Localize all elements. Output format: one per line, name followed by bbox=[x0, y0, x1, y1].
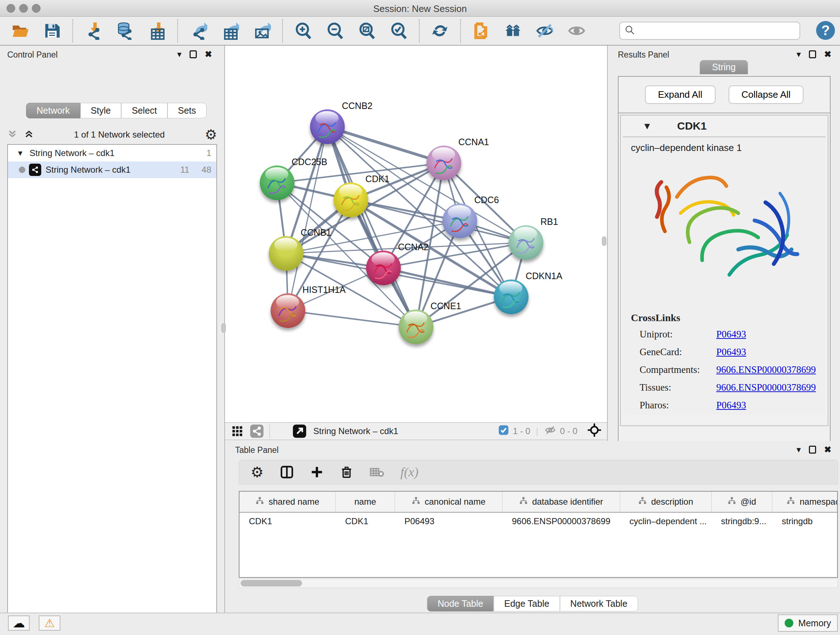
zoom-selected-icon[interactable] bbox=[389, 21, 408, 40]
first-neighbors-icon[interactable] bbox=[504, 21, 523, 40]
column-type-icon bbox=[638, 496, 647, 507]
column-header-name[interactable]: name bbox=[336, 492, 395, 512]
column-header-shared-name[interactable]: shared name bbox=[240, 492, 336, 512]
crosslink-link[interactable]: 9606.ENSP00000378699 bbox=[716, 364, 816, 375]
network-tree-row[interactable]: String Network – cdk11148 bbox=[8, 162, 216, 178]
close-panel-icon[interactable]: ✖ bbox=[205, 49, 212, 59]
crosslink-label: Uniprot: bbox=[639, 329, 716, 340]
tab-network[interactable]: Network bbox=[26, 103, 80, 119]
zoom-fit-icon[interactable] bbox=[357, 21, 376, 40]
network-tree-row[interactable]: ▼String Network – cdk11 bbox=[8, 145, 216, 162]
save-icon[interactable] bbox=[43, 21, 62, 40]
node-CDC25B[interactable] bbox=[260, 165, 294, 200]
left-splitter-handle[interactable] bbox=[221, 323, 226, 333]
network-collection-label: String Network – cdk1 bbox=[30, 148, 115, 158]
hide-selected-icon[interactable] bbox=[535, 21, 554, 40]
create-column-plus-icon[interactable] bbox=[310, 465, 324, 479]
node-CCNE1[interactable] bbox=[399, 310, 433, 344]
fit-content-crosshair-icon[interactable] bbox=[587, 423, 602, 440]
delete-table-icon[interactable] bbox=[369, 464, 385, 480]
column-header-namespace[interactable]: namespace bbox=[772, 492, 838, 512]
float-panel-icon[interactable] bbox=[189, 50, 197, 58]
node-CCNB2[interactable] bbox=[310, 109, 345, 144]
tab-select[interactable]: Select bbox=[121, 103, 167, 119]
delete-column-trash-icon[interactable] bbox=[340, 465, 354, 479]
tab-node-table[interactable]: Node Table bbox=[427, 596, 494, 611]
help-button[interactable]: ? bbox=[816, 21, 835, 40]
node-RB1[interactable] bbox=[508, 225, 543, 260]
expand-all-networks-icon[interactable] bbox=[7, 129, 17, 141]
show-columns-icon[interactable] bbox=[279, 465, 294, 479]
crosslink-link[interactable]: P06493 bbox=[716, 400, 746, 411]
table-float-icon[interactable] bbox=[809, 446, 816, 454]
tab-sets[interactable]: Sets bbox=[167, 103, 207, 119]
protein-structure-thumbnail bbox=[514, 233, 538, 257]
node-CCNA2[interactable] bbox=[366, 250, 401, 285]
export-network-icon[interactable] bbox=[189, 21, 208, 40]
export-table-icon[interactable] bbox=[221, 21, 240, 40]
tab-edge-table[interactable]: Edge Table bbox=[494, 596, 560, 611]
results-float-icon[interactable] bbox=[809, 50, 816, 58]
table-close-icon[interactable]: ✖ bbox=[824, 445, 831, 455]
crosslink-link[interactable]: P06493 bbox=[716, 329, 746, 340]
node-CDK1[interactable] bbox=[333, 182, 368, 217]
selected-checkbox-icon[interactable] bbox=[498, 424, 509, 438]
table-horizontal-scrollbar[interactable] bbox=[239, 578, 838, 588]
scrollbar-thumb[interactable] bbox=[240, 580, 302, 586]
expand-all-button[interactable]: Expand All bbox=[645, 86, 715, 104]
birds-eye-view-icon[interactable] bbox=[231, 424, 244, 438]
collapse-node-details-icon[interactable]: ▼ bbox=[643, 120, 652, 132]
warnings-button[interactable]: ⚠ bbox=[39, 616, 60, 631]
results-menu-icon[interactable]: ▾ bbox=[797, 49, 801, 59]
results-panel-title: Results Panel bbox=[618, 50, 669, 60]
network-overview-share-icon[interactable] bbox=[249, 424, 264, 439]
show-all-icon[interactable] bbox=[567, 21, 586, 40]
table-cell: CDK1 bbox=[336, 516, 395, 526]
column-header-canonical-name[interactable]: canonical name bbox=[395, 492, 502, 512]
table-options-gear-icon[interactable]: ⚙ bbox=[251, 464, 264, 480]
collapse-collection-icon[interactable]: ▼ bbox=[17, 149, 24, 157]
tab-style[interactable]: Style bbox=[80, 103, 122, 119]
import-database-icon[interactable] bbox=[116, 21, 134, 40]
export-image-icon[interactable] bbox=[253, 21, 271, 40]
column-header--id[interactable]: @id bbox=[712, 492, 772, 512]
column-header-description[interactable]: description bbox=[620, 492, 712, 512]
crosslink-link[interactable]: 9606.ENSP00000378699 bbox=[716, 382, 816, 393]
node-CCNB1[interactable] bbox=[269, 236, 303, 271]
tab-network-table[interactable]: Network Table bbox=[560, 596, 638, 611]
node-CDC6[interactable] bbox=[442, 203, 477, 238]
cloud-button[interactable]: ☁ bbox=[8, 616, 30, 631]
import-network-icon[interactable] bbox=[84, 21, 103, 40]
crosslink-link[interactable]: P06493 bbox=[716, 347, 746, 358]
collapse-all-button[interactable]: Collapse All bbox=[729, 86, 804, 104]
refresh-icon[interactable] bbox=[431, 21, 449, 40]
collapse-all-networks-icon[interactable] bbox=[24, 129, 34, 141]
table-menu-icon[interactable]: ▾ bbox=[797, 445, 801, 455]
network-view-canvas[interactable]: CCNB2CCNA1CDC25BCDK1CDC6RB1CCNB1CCNA2CDK… bbox=[225, 46, 607, 422]
function-builder-icon[interactable]: f(x) bbox=[401, 464, 418, 480]
node-CCNA1[interactable] bbox=[426, 146, 461, 180]
search-box[interactable] bbox=[619, 22, 800, 40]
node-CDKN1A[interactable] bbox=[494, 279, 529, 314]
copy-document-icon[interactable] bbox=[472, 21, 491, 40]
open-in-browser-icon[interactable] bbox=[292, 424, 307, 439]
zoom-in-icon[interactable] bbox=[294, 21, 313, 40]
table-row[interactable]: CDK1CDK1P064939606.ENSP00000378699cyclin… bbox=[240, 513, 837, 530]
hidden-eye-slash-icon[interactable] bbox=[544, 424, 556, 439]
memory-button[interactable]: Memory bbox=[778, 614, 838, 632]
column-header-database-identifier[interactable]: database identifier bbox=[502, 492, 620, 512]
import-table-icon[interactable] bbox=[148, 21, 166, 40]
zoom-out-icon[interactable] bbox=[325, 21, 344, 40]
search-input[interactable] bbox=[635, 26, 791, 36]
panel-menu-icon[interactable]: ▾ bbox=[177, 49, 182, 59]
node-label-CDC25B: CDC25B bbox=[292, 157, 327, 167]
node-label-HIST1H1A: HIST1H1A bbox=[302, 285, 346, 295]
tab-string[interactable]: String bbox=[699, 60, 748, 74]
cloud-icon: ☁ bbox=[13, 616, 25, 630]
network-options-gear-icon[interactable]: ⚙ bbox=[205, 127, 217, 143]
node-HIST1H1A[interactable] bbox=[271, 293, 305, 328]
right-splitter-handle[interactable] bbox=[602, 236, 606, 246]
results-close-icon[interactable]: ✖ bbox=[824, 49, 831, 59]
protein-structure-thumbnail bbox=[265, 173, 289, 197]
open-folder-icon[interactable] bbox=[11, 21, 30, 40]
